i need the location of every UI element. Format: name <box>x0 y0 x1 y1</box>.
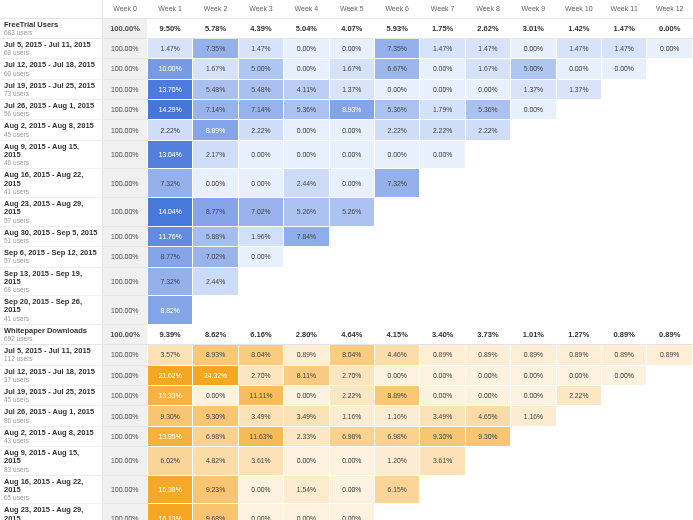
retention-cell: 100.00% <box>102 120 147 140</box>
section-agg-cell: 6.16% <box>238 324 283 344</box>
col-week-8[interactable]: Week 8 <box>465 0 510 18</box>
retention-cell: 1.16% <box>374 406 419 426</box>
retention-cell: 3.57% <box>147 345 192 365</box>
retention-cell: 100.00% <box>102 198 147 227</box>
retention-cell: 7.14% <box>238 100 283 120</box>
cohort-users: 86 users <box>4 417 98 424</box>
retention-cell: 0.00% <box>374 365 419 385</box>
cohort-users: 68 users <box>4 286 98 293</box>
cohort-label[interactable]: Jul 26, 2015 - Aug 1, 201586 users <box>0 406 102 426</box>
cohort-row: Jul 5, 2015 - Jul 11, 2015112 users100.0… <box>0 345 693 365</box>
cohort-range: Aug 9, 2015 - Aug 15, 2015 <box>4 449 98 466</box>
retention-cell: 2.22% <box>465 120 510 140</box>
cohort-label[interactable]: Sep 6, 2015 - Sep 12, 201557 users <box>0 247 102 267</box>
col-week-7[interactable]: Week 7 <box>420 0 465 18</box>
section-label-freetrial[interactable]: FreeTrial Users683 users <box>0 18 102 38</box>
cohort-users: 43 users <box>4 437 98 444</box>
retention-cell: 1.54% <box>284 475 329 504</box>
cohort-range: Aug 23, 2015 - Aug 29, 2015 <box>4 506 98 520</box>
cohort-users: 45 users <box>4 396 98 403</box>
cohort-range: Aug 16, 2015 - Aug 22, 2015 <box>4 171 98 188</box>
col-week-4[interactable]: Week 4 <box>284 0 329 18</box>
retention-cell: 0.00% <box>602 59 647 79</box>
cohort-range: Aug 2, 2015 - Aug 8, 2015 <box>4 122 98 130</box>
cohort-label[interactable]: Jul 5, 2015 - Jul 11, 2015112 users <box>0 345 102 365</box>
section-row-freetrial: FreeTrial Users683 users100.00%9.50%5.78… <box>0 18 693 38</box>
cohort-label[interactable]: Aug 23, 2015 - Aug 29, 201531 users <box>0 504 102 520</box>
section-agg-cell: 4.07% <box>329 18 374 38</box>
retention-cell: 8.93% <box>193 345 238 365</box>
cohort-row: Jul 19, 2015 - Jul 25, 201573 users100.0… <box>0 79 693 99</box>
cohort-range: Sep 20, 2015 - Sep 26, 2015 <box>4 298 98 315</box>
retention-cell: 0.00% <box>511 100 556 120</box>
section-agg-cell: 5.04% <box>284 18 329 38</box>
col-week-9[interactable]: Week 9 <box>511 0 556 18</box>
empty-cell <box>602 169 647 198</box>
col-week-10[interactable]: Week 10 <box>556 0 601 18</box>
retention-cell: 5.36% <box>374 100 419 120</box>
cohort-label[interactable]: Jul 19, 2015 - Jul 25, 201545 users <box>0 386 102 406</box>
cohort-label[interactable]: Aug 16, 2015 - Aug 22, 201565 users <box>0 475 102 504</box>
cohort-range: Sep 13, 2015 - Sep 19, 2015 <box>4 270 98 287</box>
empty-cell <box>556 447 601 476</box>
cohort-label[interactable]: Jul 26, 2015 - Aug 1, 201556 users <box>0 100 102 120</box>
retention-cell: 0.00% <box>420 140 465 169</box>
col-week-12[interactable]: Week 12 <box>647 0 693 18</box>
cohort-range: Jul 19, 2015 - Jul 25, 2015 <box>4 388 98 396</box>
empty-cell <box>511 504 556 520</box>
retention-cell: 5.26% <box>284 198 329 227</box>
retention-cell: 7.32% <box>147 169 192 198</box>
section-label-whitepaper[interactable]: Whitepaper Downloads692 users <box>0 324 102 344</box>
cohort-users: 41 users <box>4 188 98 195</box>
section-agg-cell: 0.89% <box>602 324 647 344</box>
cohort-label[interactable]: Jul 12, 2015 - Jul 18, 201537 users <box>0 365 102 385</box>
empty-cell <box>511 447 556 476</box>
col-week-1[interactable]: Week 1 <box>147 0 192 18</box>
cohort-range: Aug 23, 2015 - Aug 29, 2015 <box>4 200 98 217</box>
cohort-label[interactable]: Jul 5, 2015 - Jul 11, 201568 users <box>0 38 102 58</box>
retention-cell: 1.79% <box>420 100 465 120</box>
cohort-label[interactable]: Jul 19, 2015 - Jul 25, 201573 users <box>0 79 102 99</box>
cohort-label[interactable]: Aug 2, 2015 - Aug 8, 201545 users <box>0 120 102 140</box>
col-week-6[interactable]: Week 6 <box>374 0 419 18</box>
col-week-2[interactable]: Week 2 <box>193 0 238 18</box>
empty-cell <box>647 100 693 120</box>
empty-cell <box>556 226 601 246</box>
retention-cell: 100.00% <box>102 169 147 198</box>
retention-cell: 100.00% <box>102 247 147 267</box>
section-agg-cell: 100.00% <box>102 324 147 344</box>
retention-cell: 0.00% <box>238 247 283 267</box>
retention-cell: 13.04% <box>147 140 192 169</box>
col-week-3[interactable]: Week 3 <box>238 0 283 18</box>
cohort-label[interactable]: Aug 23, 2015 - Aug 29, 201557 users <box>0 198 102 227</box>
cohort-label[interactable]: Aug 30, 2015 - Sep 5, 201551 users <box>0 226 102 246</box>
retention-cell: 100.00% <box>102 267 147 296</box>
cohort-label[interactable]: Aug 16, 2015 - Aug 22, 201541 users <box>0 169 102 198</box>
cohort-label[interactable]: Jul 12, 2015 - Jul 18, 201560 users <box>0 59 102 79</box>
retention-cell: 0.00% <box>284 120 329 140</box>
cohort-label[interactable]: Aug 2, 2015 - Aug 8, 201543 users <box>0 426 102 446</box>
col-week-11[interactable]: Week 11 <box>602 0 647 18</box>
empty-cell <box>647 406 693 426</box>
col-week-0[interactable]: Week 0 <box>102 0 147 18</box>
col-week-5[interactable]: Week 5 <box>329 0 374 18</box>
empty-cell <box>647 59 693 79</box>
cohort-users: 46 users <box>4 159 98 166</box>
retention-cell: 7.32% <box>374 169 419 198</box>
cohort-range: Aug 16, 2015 - Aug 22, 2015 <box>4 478 98 495</box>
cohort-label[interactable]: Sep 13, 2015 - Sep 19, 201568 users <box>0 267 102 296</box>
cohort-row: Aug 9, 2015 - Aug 15, 201546 users100.00… <box>0 140 693 169</box>
cohort-label[interactable]: Sep 20, 2015 - Sep 26, 201541 users <box>0 296 102 325</box>
cohort-row: Aug 23, 2015 - Aug 29, 201557 users100.0… <box>0 198 693 227</box>
cohort-row: Aug 2, 2015 - Aug 8, 201545 users100.00%… <box>0 120 693 140</box>
empty-cell <box>465 198 510 227</box>
cohort-label[interactable]: Aug 9, 2015 - Aug 15, 201583 users <box>0 447 102 476</box>
retention-cell: 1.37% <box>511 79 556 99</box>
empty-cell <box>465 296 510 325</box>
cohort-label[interactable]: Aug 9, 2015 - Aug 15, 201546 users <box>0 140 102 169</box>
retention-cell: 2.22% <box>329 386 374 406</box>
empty-cell <box>511 226 556 246</box>
cohort-row: Aug 23, 2015 - Aug 29, 201531 users100.0… <box>0 504 693 520</box>
section-agg-cell: 5.78% <box>193 18 238 38</box>
retention-cell: 5.26% <box>329 198 374 227</box>
